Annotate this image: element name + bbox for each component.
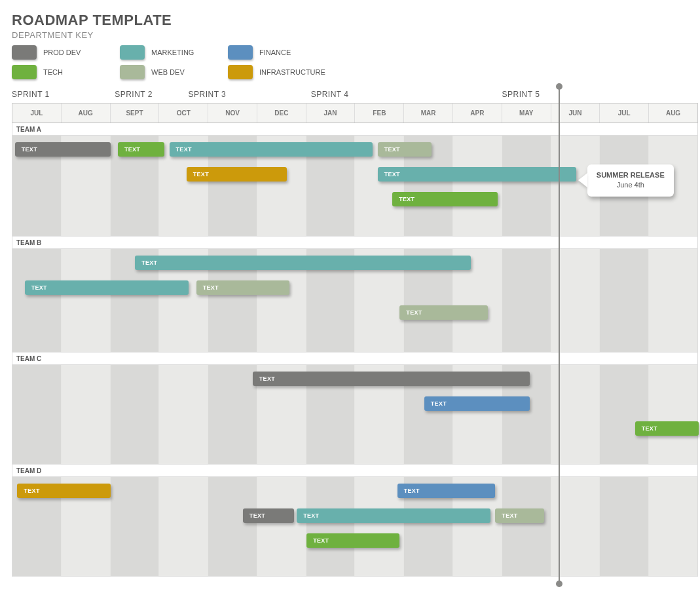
- column: [257, 477, 306, 576]
- month-cell: FEB: [354, 104, 403, 123]
- gantt-bar[interactable]: TEXT: [17, 484, 110, 498]
- gantt-bar[interactable]: TEXT: [253, 372, 530, 386]
- legend-swatch: [228, 45, 253, 60]
- legend-label: MARKETING: [151, 48, 194, 56]
- gantt-bar-label: TEXT: [399, 196, 414, 202]
- marker-dot-icon: [556, 581, 562, 587]
- legend-swatch: [228, 65, 253, 79]
- gantt-bar-label: TEXT: [141, 259, 157, 266]
- legend-label: WEB DEV: [151, 68, 185, 76]
- column: [452, 136, 502, 236]
- gantt-bar-label: TEXT: [384, 171, 400, 178]
- month-cell: JUL: [599, 104, 648, 123]
- month-cell: DEC: [257, 104, 306, 123]
- roadmap-chart: SPRINT 1SPRINT 2SPRINT 3SPRINT 4SPRINT 5…: [12, 90, 698, 577]
- gantt-bar-label: TEXT: [313, 537, 329, 544]
- month-cell: AUG: [61, 104, 110, 123]
- gantt-bar[interactable]: TEXT: [424, 396, 530, 411]
- team-section: TEAM BTEXTTEXTTEXTTEXT: [12, 237, 698, 353]
- legend-swatch: [12, 65, 37, 79]
- column: [306, 477, 355, 576]
- column: [599, 249, 648, 352]
- gantt-bar[interactable]: TEXT: [397, 484, 496, 498]
- legend-item: PROD DEV: [12, 45, 113, 60]
- column: [208, 477, 257, 576]
- column: [61, 365, 110, 464]
- month-cell: OCT: [158, 104, 208, 123]
- column: [208, 365, 257, 464]
- gantt-bar-label: TEXT: [249, 512, 265, 519]
- gantt-bar[interactable]: TEXT: [399, 305, 488, 320]
- gantt-bar[interactable]: TEXT: [392, 192, 498, 206]
- column: [12, 365, 61, 464]
- column: [61, 249, 110, 352]
- legend: PROD DEVMARKETINGFINANCETECHWEB DEVINFRA…: [12, 45, 688, 79]
- legend-item: TECH: [12, 65, 113, 79]
- sprint-label: SPRINT 4: [311, 90, 349, 99]
- column: [158, 365, 208, 464]
- gantt-bar[interactable]: TEXT: [170, 142, 373, 157]
- month-cell: NOV: [208, 104, 257, 123]
- gantt-bar[interactable]: TEXT: [635, 421, 699, 436]
- gantt-bar[interactable]: TEXT: [306, 533, 399, 548]
- column: [502, 136, 551, 236]
- legend-swatch: [120, 45, 145, 60]
- gantt-bar[interactable]: TEXT: [135, 256, 471, 270]
- sprint-row: SPRINT 1SPRINT 2SPRINT 3SPRINT 4SPRINT 5: [12, 90, 698, 103]
- column: [110, 477, 159, 576]
- legend-title: DEPARTMENT KEY: [12, 30, 688, 40]
- legend-label: INFRASTRUCTURE: [259, 68, 325, 76]
- gantt-bar[interactable]: TEXT: [187, 167, 287, 182]
- column: [110, 365, 159, 464]
- team-header: TEAM C: [12, 353, 698, 365]
- column-background: [12, 477, 697, 576]
- gantt-bar-label: TEXT: [31, 284, 47, 291]
- legend-label: TECH: [43, 68, 63, 76]
- gantt-bar-label: TEXT: [259, 375, 275, 382]
- callout-title: SUMMER RELEASE: [597, 171, 665, 179]
- gantt-bar-label: TEXT: [203, 284, 219, 291]
- gantt-bar[interactable]: TEXT: [118, 142, 164, 157]
- gantt-bar-label: TEXT: [176, 146, 192, 153]
- sprint-label: SPRINT 2: [115, 90, 153, 99]
- team-body: TEXTTEXTTEXT: [12, 365, 698, 465]
- gantt-bar-label: TEXT: [404, 488, 420, 494]
- gantt-bar-label: TEXT: [22, 146, 37, 153]
- month-cell: APR: [452, 104, 502, 123]
- gantt-bar[interactable]: TEXT: [297, 508, 490, 523]
- milestone-callout[interactable]: SUMMER RELEASEJune 4th: [587, 164, 674, 197]
- gantt-bar-label: TEXT: [124, 146, 140, 153]
- gantt-bar[interactable]: TEXT: [25, 280, 189, 295]
- month-cell: JUL: [12, 104, 61, 123]
- gantt-bar-label: TEXT: [431, 400, 447, 407]
- gantt-bar[interactable]: TEXT: [15, 142, 111, 157]
- column: [12, 249, 61, 352]
- legend-label: FINANCE: [259, 48, 291, 56]
- legend-swatch: [12, 45, 37, 60]
- legend-item: FINANCE: [228, 45, 346, 60]
- month-cell: MAR: [403, 104, 452, 123]
- column: [502, 477, 551, 576]
- gantt-bar[interactable]: TEXT: [378, 167, 576, 182]
- column: [158, 477, 208, 576]
- page-title: ROADMAP TEMPLATE: [12, 12, 688, 29]
- gantt-bar-label: TEXT: [502, 512, 517, 519]
- team-header: TEAM B: [12, 237, 698, 249]
- gantt-bar-label: TEXT: [406, 309, 422, 316]
- month-cell: AUG: [648, 104, 697, 123]
- gantt-bar[interactable]: TEXT: [495, 508, 544, 523]
- gantt-bar[interactable]: TEXT: [196, 280, 289, 295]
- team-header: TEAM A: [12, 123, 698, 136]
- gantt-bar[interactable]: TEXT: [378, 142, 432, 157]
- gantt-bar[interactable]: TEXT: [243, 508, 295, 523]
- sprint-label: SPRINT 3: [188, 90, 226, 99]
- gantt-bar-label: TEXT: [24, 488, 39, 494]
- team-body: TEXTTEXTTEXTTEXT: [12, 249, 698, 353]
- column: [599, 365, 648, 464]
- month-header: JULAUGSEPTOCTNOVDECJANFEBMARAPRMAYJUNJUL…: [12, 103, 698, 123]
- legend-item: MARKETING: [120, 45, 221, 60]
- gantt-bar-label: TEXT: [384, 146, 400, 153]
- column: [599, 477, 648, 576]
- marker-dot-icon: [556, 83, 562, 90]
- team-header: TEAM D: [12, 465, 698, 477]
